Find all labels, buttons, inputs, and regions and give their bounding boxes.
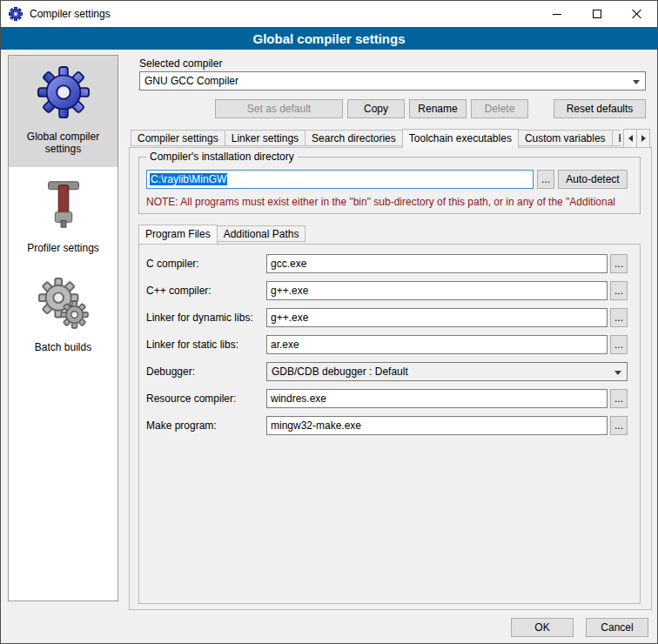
maximize-icon <box>593 10 601 18</box>
toolchain-executables-panel: Compiler's installation directory C:\ray… <box>129 147 652 610</box>
debugger-value: GDB/CDB debugger : Default <box>272 366 408 378</box>
tab-toolchain-executables[interactable]: Toolchain executables <box>402 129 519 148</box>
static-linker-browse-button[interactable]: ... <box>610 335 628 354</box>
blue-gear-icon <box>37 65 91 119</box>
programs-note-text: NOTE: All programs must exist either in … <box>146 196 639 208</box>
cancel-button[interactable]: Cancel <box>586 618 648 637</box>
sidebar-item-label: Batch builds <box>35 341 91 353</box>
tab-linker-settings[interactable]: Linker settings <box>225 130 306 146</box>
selected-compiler-label: Selected compiler <box>139 57 222 70</box>
c-compiler-browse-button[interactable]: ... <box>610 254 628 273</box>
cpp-compiler-row: C++ compiler: ... <box>146 281 628 300</box>
reset-defaults-button[interactable]: Reset defaults <box>554 99 646 118</box>
auto-detect-button[interactable]: Auto-detect <box>558 170 628 189</box>
dialog-header: Global compiler settings <box>1 27 657 50</box>
installation-directory-input[interactable]: C:\raylib\MinGW <box>146 170 534 189</box>
copy-button[interactable]: Copy <box>347 99 405 118</box>
tab-additional-paths[interactable]: Additional Paths <box>217 225 306 242</box>
debugger-label: Debugger: <box>146 366 266 378</box>
dynamic-linker-row: Linker for dynamic libs: ... <box>146 308 628 327</box>
cpp-compiler-input[interactable] <box>266 281 608 300</box>
debugger-row: Debugger: GDB/CDB debugger : Default <box>146 362 628 381</box>
sidebar-item-label: Global compiler settings <box>12 131 114 155</box>
sidebar-item-global-compiler-settings[interactable]: Global compiler settings <box>9 56 118 167</box>
window-controls <box>537 1 657 27</box>
resource-compiler-browse-button[interactable]: ... <box>610 389 628 408</box>
ok-button[interactable]: OK <box>511 618 574 637</box>
arrow-right-icon <box>641 135 646 142</box>
dynamic-linker-browse-button[interactable]: ... <box>610 308 628 327</box>
tab-scroll-right-button[interactable] <box>636 129 650 148</box>
minimize-button[interactable] <box>537 1 577 27</box>
gray-gears-icon <box>37 276 91 330</box>
titlebar: Compiler settings <box>1 1 657 27</box>
make-program-input[interactable] <box>266 416 608 435</box>
resource-compiler-row: Resource compiler: ... <box>146 389 628 408</box>
static-linker-row: Linker for static libs: ... <box>146 335 628 354</box>
minimize-icon <box>553 14 561 15</box>
program-files-tab-strip: Program Files Additional Paths <box>138 225 599 244</box>
static-linker-input[interactable] <box>266 335 608 354</box>
delete-button[interactable]: Delete <box>471 99 528 118</box>
installation-directory-group-title: Compiler's installation directory <box>146 151 298 163</box>
tab-search-directories[interactable]: Search directories <box>305 130 403 146</box>
close-icon <box>632 9 642 19</box>
rename-button[interactable]: Rename <box>409 99 467 118</box>
program-files-panel: C compiler: ... C++ compiler: ... Linker… <box>138 244 641 604</box>
window-title: Compiler settings <box>30 8 111 20</box>
make-program-label: Make program: <box>146 419 266 432</box>
dynamic-linker-input[interactable] <box>266 308 608 327</box>
compiler-settings-window: { "window": { "title": "Compiler setting… <box>0 0 658 644</box>
cpp-compiler-browse-button[interactable]: ... <box>610 281 628 300</box>
maximize-button[interactable] <box>577 1 617 27</box>
close-button[interactable] <box>617 1 657 27</box>
c-compiler-row: C compiler: ... <box>146 254 628 273</box>
tab-scroll-buttons <box>624 129 650 148</box>
tab-compiler-settings[interactable]: Compiler settings <box>131 130 225 146</box>
tab-build-options[interactable]: Buil <box>612 130 621 146</box>
selected-compiler-value: GNU GCC Compiler <box>144 75 238 87</box>
installation-directory-browse-button[interactable]: ... <box>537 170 554 189</box>
installation-directory-row: C:\raylib\MinGW ... Auto-detect <box>146 170 628 189</box>
tab-program-files[interactable]: Program Files <box>138 225 218 244</box>
c-compiler-input[interactable] <box>266 254 608 273</box>
dialog-header-title: Global compiler settings <box>252 31 405 46</box>
cpp-compiler-label: C++ compiler: <box>146 285 266 297</box>
app-icon <box>9 7 23 21</box>
selected-compiler-dropdown[interactable]: GNU GCC Compiler <box>139 71 646 91</box>
resource-compiler-label: Resource compiler: <box>146 392 266 405</box>
static-linker-label: Linker for static libs: <box>146 339 266 351</box>
chevron-down-icon <box>633 80 640 84</box>
main-content: Selected compiler GNU GCC Compiler Set a… <box>129 55 652 619</box>
resource-compiler-input[interactable] <box>266 389 608 408</box>
arrow-left-icon <box>628 135 633 142</box>
chevron-down-icon <box>614 371 621 375</box>
settings-tab-strip: Compiler settings Linker settings Search… <box>131 129 621 148</box>
dynamic-linker-label: Linker for dynamic libs: <box>146 312 266 324</box>
compiler-action-buttons: Set as default Copy Rename Delete Reset … <box>139 99 646 118</box>
debugger-dropdown[interactable]: GDB/CDB debugger : Default <box>266 362 628 381</box>
make-program-browse-button[interactable]: ... <box>610 416 628 435</box>
installation-directory-group: Compiler's installation directory C:\ray… <box>138 157 641 214</box>
make-program-row: Make program: ... <box>146 416 628 435</box>
settings-category-list: Global compiler settings Profiler settin… <box>8 55 118 601</box>
sidebar-item-label: Profiler settings <box>27 242 99 254</box>
set-as-default-button[interactable]: Set as default <box>215 99 343 118</box>
tab-custom-variables[interactable]: Custom variables <box>518 130 613 146</box>
c-compiler-label: C compiler: <box>146 258 266 270</box>
sidebar-item-profiler-settings[interactable]: Profiler settings <box>9 167 118 266</box>
sidebar-item-batch-builds[interactable]: Batch builds <box>9 266 118 366</box>
tab-scroll-left-button[interactable] <box>623 129 637 148</box>
installation-directory-value: C:\raylib\MinGW <box>150 173 227 185</box>
profiler-tool-icon <box>37 177 91 231</box>
